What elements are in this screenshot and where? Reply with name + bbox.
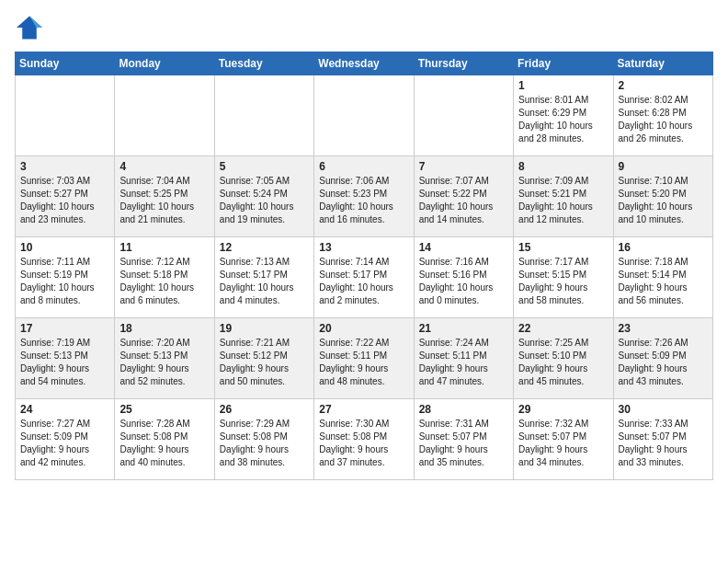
day-number: 1	[518, 79, 608, 92]
day-number: 5	[220, 160, 309, 173]
day-info: Sunrise: 7:21 AM Sunset: 5:12 PM Dayligh…	[220, 337, 309, 388]
day-number: 13	[319, 241, 408, 254]
calendar-day-cell	[115, 75, 214, 156]
day-info: Sunrise: 7:04 AM Sunset: 5:25 PM Dayligh…	[119, 175, 209, 226]
calendar-day-cell: 18Sunrise: 7:20 AM Sunset: 5:13 PM Dayli…	[115, 318, 214, 399]
day-info: Sunrise: 7:29 AM Sunset: 5:08 PM Dayligh…	[220, 418, 309, 469]
weekday-header-monday: Monday	[115, 52, 214, 75]
day-info: Sunrise: 7:26 AM Sunset: 5:09 PM Dayligh…	[619, 337, 708, 388]
day-info: Sunrise: 7:03 AM Sunset: 5:27 PM Dayligh…	[20, 175, 109, 226]
calendar-day-cell: 28Sunrise: 7:31 AM Sunset: 5:07 PM Dayli…	[414, 399, 513, 480]
calendar-day-cell: 19Sunrise: 7:21 AM Sunset: 5:12 PM Dayli…	[214, 318, 313, 399]
day-info: Sunrise: 7:32 AM Sunset: 5:07 PM Dayligh…	[518, 418, 608, 469]
day-info: Sunrise: 7:17 AM Sunset: 5:15 PM Dayligh…	[518, 256, 608, 307]
calendar-day-cell: 14Sunrise: 7:16 AM Sunset: 5:16 PM Dayli…	[414, 237, 513, 318]
day-info: Sunrise: 7:19 AM Sunset: 5:13 PM Dayligh…	[20, 337, 109, 388]
day-info: Sunrise: 7:07 AM Sunset: 5:22 PM Dayligh…	[419, 175, 508, 226]
calendar-week-row: 1Sunrise: 8:01 AM Sunset: 6:29 PM Daylig…	[16, 75, 713, 156]
calendar-day-cell: 21Sunrise: 7:24 AM Sunset: 5:11 PM Dayli…	[414, 318, 513, 399]
day-number: 2	[619, 79, 708, 92]
calendar-day-cell: 29Sunrise: 7:32 AM Sunset: 5:07 PM Dayli…	[514, 399, 613, 480]
day-number: 11	[119, 241, 209, 254]
calendar-table: SundayMondayTuesdayWednesdayThursdayFrid…	[15, 52, 713, 480]
day-number: 9	[619, 160, 708, 173]
day-number: 3	[20, 160, 109, 173]
logo	[15, 15, 48, 40]
day-info: Sunrise: 8:01 AM Sunset: 6:29 PM Dayligh…	[518, 94, 608, 145]
logo-icon	[15, 15, 44, 40]
calendar-day-cell: 24Sunrise: 7:27 AM Sunset: 5:09 PM Dayli…	[16, 399, 115, 480]
weekday-header-thursday: Thursday	[414, 52, 513, 75]
day-number: 10	[20, 241, 109, 254]
day-number: 19	[220, 322, 309, 335]
day-info: Sunrise: 7:27 AM Sunset: 5:09 PM Dayligh…	[20, 418, 109, 469]
weekday-header-tuesday: Tuesday	[214, 52, 313, 75]
calendar-day-cell: 22Sunrise: 7:25 AM Sunset: 5:10 PM Dayli…	[514, 318, 613, 399]
day-number: 24	[20, 403, 109, 416]
calendar-day-cell: 23Sunrise: 7:26 AM Sunset: 5:09 PM Dayli…	[613, 318, 712, 399]
day-info: Sunrise: 7:25 AM Sunset: 5:10 PM Dayligh…	[518, 337, 608, 388]
day-number: 6	[319, 160, 408, 173]
calendar-day-cell: 10Sunrise: 7:11 AM Sunset: 5:19 PM Dayli…	[16, 237, 115, 318]
day-info: Sunrise: 7:14 AM Sunset: 5:17 PM Dayligh…	[319, 256, 408, 307]
calendar-day-cell: 5Sunrise: 7:05 AM Sunset: 5:24 PM Daylig…	[214, 156, 313, 237]
calendar-day-cell: 6Sunrise: 7:06 AM Sunset: 5:23 PM Daylig…	[314, 156, 414, 237]
calendar-day-cell: 8Sunrise: 7:09 AM Sunset: 5:21 PM Daylig…	[514, 156, 613, 237]
calendar-day-cell: 1Sunrise: 8:01 AM Sunset: 6:29 PM Daylig…	[514, 75, 613, 156]
day-number: 4	[119, 160, 209, 173]
calendar-day-cell: 12Sunrise: 7:13 AM Sunset: 5:17 PM Dayli…	[214, 237, 313, 318]
day-info: Sunrise: 7:31 AM Sunset: 5:07 PM Dayligh…	[419, 418, 508, 469]
day-info: Sunrise: 7:16 AM Sunset: 5:16 PM Dayligh…	[419, 256, 508, 307]
day-number: 27	[319, 403, 408, 416]
calendar-day-cell	[16, 75, 115, 156]
day-info: Sunrise: 7:22 AM Sunset: 5:11 PM Dayligh…	[319, 337, 408, 388]
day-info: Sunrise: 7:28 AM Sunset: 5:08 PM Dayligh…	[119, 418, 209, 469]
day-info: Sunrise: 7:06 AM Sunset: 5:23 PM Dayligh…	[319, 175, 408, 226]
day-number: 20	[319, 322, 408, 335]
weekday-header-row: SundayMondayTuesdayWednesdayThursdayFrid…	[16, 52, 713, 75]
day-info: Sunrise: 7:13 AM Sunset: 5:17 PM Dayligh…	[220, 256, 309, 307]
day-info: Sunrise: 7:33 AM Sunset: 5:07 PM Dayligh…	[619, 418, 708, 469]
day-number: 25	[119, 403, 209, 416]
calendar-day-cell	[214, 75, 313, 156]
day-number: 28	[419, 403, 508, 416]
page-header	[15, 15, 713, 40]
day-number: 12	[220, 241, 309, 254]
calendar-day-cell: 26Sunrise: 7:29 AM Sunset: 5:08 PM Dayli…	[214, 399, 313, 480]
calendar-day-cell: 11Sunrise: 7:12 AM Sunset: 5:18 PM Dayli…	[115, 237, 214, 318]
calendar-day-cell: 30Sunrise: 7:33 AM Sunset: 5:07 PM Dayli…	[613, 399, 712, 480]
calendar-day-cell: 7Sunrise: 7:07 AM Sunset: 5:22 PM Daylig…	[414, 156, 513, 237]
day-number: 7	[419, 160, 508, 173]
day-info: Sunrise: 7:12 AM Sunset: 5:18 PM Dayligh…	[119, 256, 209, 307]
calendar-day-cell: 17Sunrise: 7:19 AM Sunset: 5:13 PM Dayli…	[16, 318, 115, 399]
calendar-week-row: 17Sunrise: 7:19 AM Sunset: 5:13 PM Dayli…	[16, 318, 713, 399]
calendar-day-cell: 20Sunrise: 7:22 AM Sunset: 5:11 PM Dayli…	[314, 318, 414, 399]
weekday-header-saturday: Saturday	[613, 52, 712, 75]
calendar-week-row: 3Sunrise: 7:03 AM Sunset: 5:27 PM Daylig…	[16, 156, 713, 237]
calendar-day-cell: 16Sunrise: 7:18 AM Sunset: 5:14 PM Dayli…	[613, 237, 712, 318]
calendar-day-cell	[314, 75, 414, 156]
day-info: Sunrise: 7:20 AM Sunset: 5:13 PM Dayligh…	[119, 337, 209, 388]
day-number: 17	[20, 322, 109, 335]
calendar-day-cell: 13Sunrise: 7:14 AM Sunset: 5:17 PM Dayli…	[314, 237, 414, 318]
calendar-day-cell: 4Sunrise: 7:04 AM Sunset: 5:25 PM Daylig…	[115, 156, 214, 237]
day-number: 22	[518, 322, 608, 335]
day-info: Sunrise: 7:05 AM Sunset: 5:24 PM Dayligh…	[220, 175, 309, 226]
calendar-day-cell: 3Sunrise: 7:03 AM Sunset: 5:27 PM Daylig…	[16, 156, 115, 237]
day-number: 16	[619, 241, 708, 254]
day-info: Sunrise: 7:18 AM Sunset: 5:14 PM Dayligh…	[619, 256, 708, 307]
day-number: 23	[619, 322, 708, 335]
day-number: 21	[419, 322, 508, 335]
calendar-day-cell: 25Sunrise: 7:28 AM Sunset: 5:08 PM Dayli…	[115, 399, 214, 480]
day-number: 15	[518, 241, 608, 254]
calendar-day-cell: 2Sunrise: 8:02 AM Sunset: 6:28 PM Daylig…	[613, 75, 712, 156]
day-number: 18	[119, 322, 209, 335]
weekday-header-friday: Friday	[514, 52, 613, 75]
calendar-week-row: 24Sunrise: 7:27 AM Sunset: 5:09 PM Dayli…	[16, 399, 713, 480]
weekday-header-wednesday: Wednesday	[314, 52, 414, 75]
day-number: 29	[518, 403, 608, 416]
day-info: Sunrise: 7:10 AM Sunset: 5:20 PM Dayligh…	[619, 175, 708, 226]
day-info: Sunrise: 7:24 AM Sunset: 5:11 PM Dayligh…	[419, 337, 508, 388]
calendar-day-cell: 27Sunrise: 7:30 AM Sunset: 5:08 PM Dayli…	[314, 399, 414, 480]
day-number: 14	[419, 241, 508, 254]
